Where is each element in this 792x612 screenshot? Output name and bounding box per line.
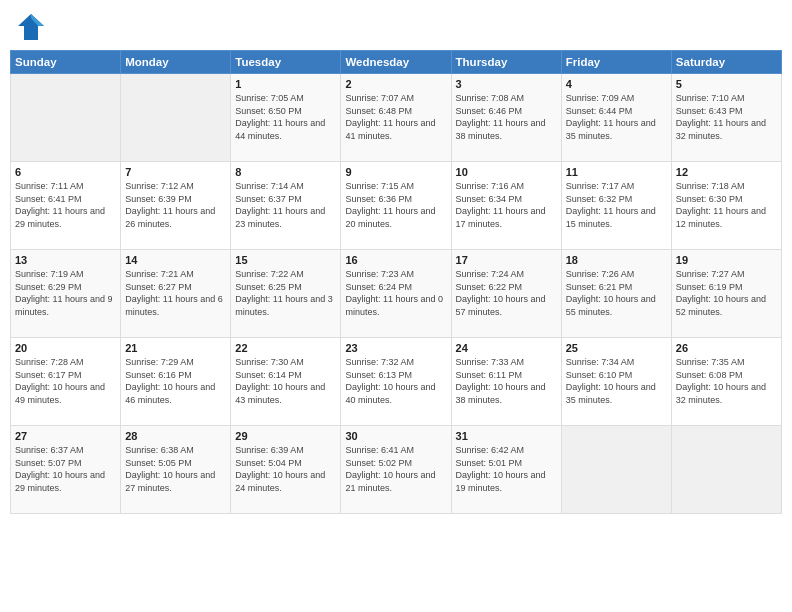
- day-number: 16: [345, 254, 446, 266]
- day-cell: 5Sunrise: 7:10 AMSunset: 6:43 PMDaylight…: [671, 74, 781, 162]
- day-number: 19: [676, 254, 777, 266]
- week-row-4: 20Sunrise: 7:28 AMSunset: 6:17 PMDayligh…: [11, 338, 782, 426]
- day-number: 28: [125, 430, 226, 442]
- day-number: 8: [235, 166, 336, 178]
- day-info: Sunrise: 7:26 AMSunset: 6:21 PMDaylight:…: [566, 269, 656, 317]
- day-info: Sunrise: 7:14 AMSunset: 6:37 PMDaylight:…: [235, 181, 325, 229]
- day-info: Sunrise: 7:15 AMSunset: 6:36 PMDaylight:…: [345, 181, 435, 229]
- week-row-3: 13Sunrise: 7:19 AMSunset: 6:29 PMDayligh…: [11, 250, 782, 338]
- day-info: Sunrise: 7:05 AMSunset: 6:50 PMDaylight:…: [235, 93, 325, 141]
- day-number: 4: [566, 78, 667, 90]
- day-number: 12: [676, 166, 777, 178]
- header-day-tuesday: Tuesday: [231, 51, 341, 74]
- day-number: 29: [235, 430, 336, 442]
- day-cell: 3Sunrise: 7:08 AMSunset: 6:46 PMDaylight…: [451, 74, 561, 162]
- day-cell: 27Sunrise: 6:37 AMSunset: 5:07 PMDayligh…: [11, 426, 121, 514]
- page: SundayMondayTuesdayWednesdayThursdayFrid…: [0, 0, 792, 612]
- day-cell: [561, 426, 671, 514]
- day-number: 9: [345, 166, 446, 178]
- day-number: 27: [15, 430, 116, 442]
- day-number: 11: [566, 166, 667, 178]
- day-info: Sunrise: 7:32 AMSunset: 6:13 PMDaylight:…: [345, 357, 435, 405]
- day-cell: [671, 426, 781, 514]
- logo: [16, 12, 50, 42]
- day-cell: 20Sunrise: 7:28 AMSunset: 6:17 PMDayligh…: [11, 338, 121, 426]
- header-day-sunday: Sunday: [11, 51, 121, 74]
- calendar-header-row: SundayMondayTuesdayWednesdayThursdayFrid…: [11, 51, 782, 74]
- day-info: Sunrise: 7:08 AMSunset: 6:46 PMDaylight:…: [456, 93, 546, 141]
- day-cell: 23Sunrise: 7:32 AMSunset: 6:13 PMDayligh…: [341, 338, 451, 426]
- day-info: Sunrise: 7:12 AMSunset: 6:39 PMDaylight:…: [125, 181, 215, 229]
- day-number: 14: [125, 254, 226, 266]
- day-number: 10: [456, 166, 557, 178]
- day-cell: 16Sunrise: 7:23 AMSunset: 6:24 PMDayligh…: [341, 250, 451, 338]
- week-row-5: 27Sunrise: 6:37 AMSunset: 5:07 PMDayligh…: [11, 426, 782, 514]
- day-number: 17: [456, 254, 557, 266]
- day-number: 25: [566, 342, 667, 354]
- day-cell: 8Sunrise: 7:14 AMSunset: 6:37 PMDaylight…: [231, 162, 341, 250]
- day-info: Sunrise: 7:21 AMSunset: 6:27 PMDaylight:…: [125, 269, 223, 317]
- day-info: Sunrise: 7:34 AMSunset: 6:10 PMDaylight:…: [566, 357, 656, 405]
- day-number: 1: [235, 78, 336, 90]
- day-number: 22: [235, 342, 336, 354]
- day-cell: 4Sunrise: 7:09 AMSunset: 6:44 PMDaylight…: [561, 74, 671, 162]
- day-cell: 12Sunrise: 7:18 AMSunset: 6:30 PMDayligh…: [671, 162, 781, 250]
- day-info: Sunrise: 7:17 AMSunset: 6:32 PMDaylight:…: [566, 181, 656, 229]
- day-number: 21: [125, 342, 226, 354]
- day-cell: [11, 74, 121, 162]
- day-cell: 22Sunrise: 7:30 AMSunset: 6:14 PMDayligh…: [231, 338, 341, 426]
- day-cell: 26Sunrise: 7:35 AMSunset: 6:08 PMDayligh…: [671, 338, 781, 426]
- day-info: Sunrise: 7:30 AMSunset: 6:14 PMDaylight:…: [235, 357, 325, 405]
- header-day-friday: Friday: [561, 51, 671, 74]
- day-number: 5: [676, 78, 777, 90]
- day-number: 6: [15, 166, 116, 178]
- day-info: Sunrise: 7:29 AMSunset: 6:16 PMDaylight:…: [125, 357, 215, 405]
- day-cell: 13Sunrise: 7:19 AMSunset: 6:29 PMDayligh…: [11, 250, 121, 338]
- week-row-2: 6Sunrise: 7:11 AMSunset: 6:41 PMDaylight…: [11, 162, 782, 250]
- day-cell: 14Sunrise: 7:21 AMSunset: 6:27 PMDayligh…: [121, 250, 231, 338]
- day-info: Sunrise: 6:41 AMSunset: 5:02 PMDaylight:…: [345, 445, 435, 493]
- day-cell: 30Sunrise: 6:41 AMSunset: 5:02 PMDayligh…: [341, 426, 451, 514]
- day-info: Sunrise: 7:18 AMSunset: 6:30 PMDaylight:…: [676, 181, 766, 229]
- day-cell: 21Sunrise: 7:29 AMSunset: 6:16 PMDayligh…: [121, 338, 231, 426]
- day-cell: 1Sunrise: 7:05 AMSunset: 6:50 PMDaylight…: [231, 74, 341, 162]
- day-info: Sunrise: 7:11 AMSunset: 6:41 PMDaylight:…: [15, 181, 105, 229]
- day-cell: 15Sunrise: 7:22 AMSunset: 6:25 PMDayligh…: [231, 250, 341, 338]
- day-cell: 6Sunrise: 7:11 AMSunset: 6:41 PMDaylight…: [11, 162, 121, 250]
- day-info: Sunrise: 7:33 AMSunset: 6:11 PMDaylight:…: [456, 357, 546, 405]
- day-cell: 7Sunrise: 7:12 AMSunset: 6:39 PMDaylight…: [121, 162, 231, 250]
- day-number: 20: [15, 342, 116, 354]
- day-cell: 28Sunrise: 6:38 AMSunset: 5:05 PMDayligh…: [121, 426, 231, 514]
- day-info: Sunrise: 6:37 AMSunset: 5:07 PMDaylight:…: [15, 445, 105, 493]
- day-cell: [121, 74, 231, 162]
- header-day-monday: Monday: [121, 51, 231, 74]
- day-info: Sunrise: 7:07 AMSunset: 6:48 PMDaylight:…: [345, 93, 435, 141]
- day-number: 24: [456, 342, 557, 354]
- day-info: Sunrise: 7:24 AMSunset: 6:22 PMDaylight:…: [456, 269, 546, 317]
- day-cell: 11Sunrise: 7:17 AMSunset: 6:32 PMDayligh…: [561, 162, 671, 250]
- day-number: 30: [345, 430, 446, 442]
- day-info: Sunrise: 6:39 AMSunset: 5:04 PMDaylight:…: [235, 445, 325, 493]
- day-cell: 2Sunrise: 7:07 AMSunset: 6:48 PMDaylight…: [341, 74, 451, 162]
- day-info: Sunrise: 6:38 AMSunset: 5:05 PMDaylight:…: [125, 445, 215, 493]
- day-number: 15: [235, 254, 336, 266]
- day-cell: 18Sunrise: 7:26 AMSunset: 6:21 PMDayligh…: [561, 250, 671, 338]
- day-cell: 10Sunrise: 7:16 AMSunset: 6:34 PMDayligh…: [451, 162, 561, 250]
- calendar-table: SundayMondayTuesdayWednesdayThursdayFrid…: [10, 50, 782, 514]
- header-day-thursday: Thursday: [451, 51, 561, 74]
- day-number: 23: [345, 342, 446, 354]
- day-number: 3: [456, 78, 557, 90]
- day-info: Sunrise: 7:19 AMSunset: 6:29 PMDaylight:…: [15, 269, 113, 317]
- header-day-wednesday: Wednesday: [341, 51, 451, 74]
- day-info: Sunrise: 7:22 AMSunset: 6:25 PMDaylight:…: [235, 269, 333, 317]
- day-cell: 31Sunrise: 6:42 AMSunset: 5:01 PMDayligh…: [451, 426, 561, 514]
- day-number: 26: [676, 342, 777, 354]
- day-cell: 24Sunrise: 7:33 AMSunset: 6:11 PMDayligh…: [451, 338, 561, 426]
- day-info: Sunrise: 7:23 AMSunset: 6:24 PMDaylight:…: [345, 269, 443, 317]
- day-info: Sunrise: 7:09 AMSunset: 6:44 PMDaylight:…: [566, 93, 656, 141]
- day-info: Sunrise: 7:16 AMSunset: 6:34 PMDaylight:…: [456, 181, 546, 229]
- day-info: Sunrise: 7:28 AMSunset: 6:17 PMDaylight:…: [15, 357, 105, 405]
- day-number: 18: [566, 254, 667, 266]
- day-info: Sunrise: 7:10 AMSunset: 6:43 PMDaylight:…: [676, 93, 766, 141]
- day-cell: 29Sunrise: 6:39 AMSunset: 5:04 PMDayligh…: [231, 426, 341, 514]
